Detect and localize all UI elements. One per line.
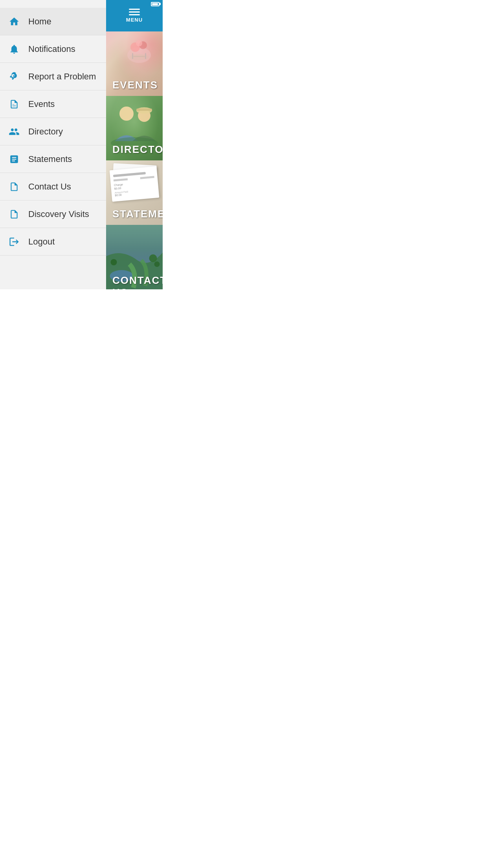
sidebar-item-directory[interactable]: Directory <box>0 118 106 145</box>
events-icon <box>8 98 20 110</box>
directory-icon <box>8 125 20 138</box>
sidebar-item-report[interactable]: Report a Problem <box>0 63 106 90</box>
svg-point-8 <box>119 107 134 121</box>
app-layout: Home Notifications Report a Problem <box>0 0 163 289</box>
report-label: Report a Problem <box>28 72 96 82</box>
sidebar-item-logout[interactable]: Logout <box>0 228 106 256</box>
tile-contact[interactable]: CONTACT US <box>106 225 163 289</box>
status-bar <box>106 0 163 8</box>
svg-point-16 <box>149 254 157 262</box>
wrench-icon <box>8 70 20 83</box>
sidebar-item-discovery[interactable]: Discovery Visits <box>0 200 106 228</box>
tile-statements[interactable]: Charge $0.00 Amount Paid $0.00 STATEMENT… <box>106 160 163 225</box>
statements-label: Statements <box>28 154 72 164</box>
svg-rect-7 <box>145 53 146 59</box>
sidebar-item-events[interactable]: Events <box>0 90 106 118</box>
tile-directory[interactable]: DIRECTORY <box>106 96 163 160</box>
paper-fg: Charge $0.00 Amount Paid $0.00 <box>110 166 160 202</box>
home-icon <box>8 15 20 28</box>
statements-tile-label: STATEMENTS <box>106 203 163 225</box>
battery-icon <box>151 2 160 6</box>
sidebar-item-home[interactable]: Home <box>0 8 106 35</box>
sidebar-item-statements[interactable]: Statements <box>0 145 106 173</box>
hamburger-line-3 <box>129 14 140 15</box>
tiles-container: EVENTS DIRECTOR <box>106 31 163 289</box>
hamburger-line-2 <box>129 11 140 13</box>
events-label: Events <box>28 99 55 109</box>
svg-point-17 <box>154 261 160 267</box>
logout-icon <box>8 235 20 248</box>
hamburger-line-1 <box>129 9 140 10</box>
statements-icon <box>8 153 20 166</box>
contact-tile-label: CONTACT US <box>106 270 163 289</box>
contact-icon <box>8 180 20 193</box>
sidebar-item-contact[interactable]: Contact Us <box>0 173 106 200</box>
logout-label: Logout <box>28 237 55 247</box>
notifications-label: Notifications <box>28 44 75 54</box>
events-decoration <box>123 35 155 67</box>
contact-label: Contact Us <box>28 182 71 192</box>
tile-events[interactable]: EVENTS <box>106 31 163 96</box>
sidebar-item-notifications[interactable]: Notifications <box>0 35 106 63</box>
directory-label: Directory <box>28 127 63 137</box>
svg-rect-6 <box>132 53 133 59</box>
svg-rect-11 <box>136 108 152 111</box>
discovery-icon <box>8 208 20 221</box>
sidebar: Home Notifications Report a Problem <box>0 0 106 289</box>
menu-label: MENU <box>126 17 143 23</box>
events-tile-label: EVENTS <box>106 74 163 96</box>
content-panel: MENU EVENTS <box>106 0 163 289</box>
svg-point-3 <box>136 40 142 46</box>
bell-icon <box>8 43 20 55</box>
hamburger-button[interactable] <box>129 9 140 15</box>
directory-tile-label: DIRECTORY <box>106 139 163 160</box>
svg-rect-5 <box>133 56 145 57</box>
svg-point-15 <box>111 259 117 265</box>
discovery-label: Discovery Visits <box>28 209 89 219</box>
home-label: Home <box>28 17 51 27</box>
